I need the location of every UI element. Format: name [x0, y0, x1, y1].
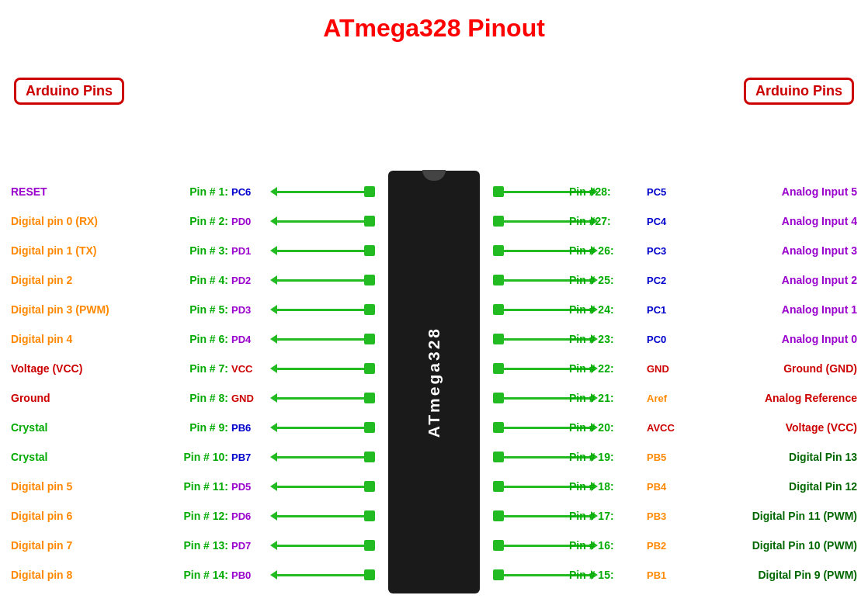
right-arduino-label: Analog Input 0 — [702, 333, 857, 345]
left-port-label: PD3 — [231, 304, 251, 316]
left-port-label: VCC — [231, 363, 252, 375]
left-port-label: PD4 — [231, 334, 251, 345]
right-arduino-label: Voltage (VCC) — [702, 421, 857, 434]
left-arrow — [270, 275, 375, 285]
right-port-label: PB2 — [647, 540, 697, 552]
right-pin-number: Pin # 22: — [569, 362, 643, 375]
right-port-label: PC2 — [647, 275, 697, 286]
right-pin-number: Pin # 19: — [569, 451, 643, 463]
right-port-label: AVCC — [647, 422, 697, 434]
left-port-label: PD5 — [231, 481, 251, 493]
left-pin-number: Pin # 13: — [165, 539, 228, 552]
page-title: ATmega328 Pinout — [0, 0, 868, 50]
right-arduino-label: Analog Input 3 — [702, 244, 857, 257]
left-pin-number: Pin # 10: — [165, 451, 228, 463]
left-pin-number: Pin # 8: — [165, 392, 228, 404]
right-port-label: PC3 — [647, 245, 697, 257]
right-pin-number: Pin # 26: — [569, 244, 643, 257]
right-pin-number: Pin # 16: — [569, 539, 643, 552]
left-pin-number: Pin # 12: — [165, 510, 228, 522]
left-port-label: PD7 — [231, 540, 251, 552]
right-arduino-label: Digital Pin 10 (PWM) — [702, 539, 857, 552]
right-pin-number: Pin # 20: — [569, 421, 643, 434]
chip: ATmega328 — [388, 171, 480, 593]
right-port-label: PC5 — [647, 186, 697, 198]
left-arrow — [270, 422, 375, 433]
left-arduino-label: Ground — [11, 392, 162, 404]
left-arduino-label: Digital pin 2 — [11, 274, 162, 286]
right-port-label: PC4 — [647, 216, 697, 227]
left-arrow — [270, 245, 375, 256]
left-arrow — [270, 510, 375, 521]
left-port-label: GND — [231, 393, 254, 404]
left-pin-number: Pin # 2: — [165, 215, 228, 227]
right-pin-number: Pin # 24: — [569, 303, 643, 316]
left-arrow — [270, 334, 375, 344]
left-arduino-label: Digital pin 5 — [11, 480, 162, 493]
chip-label: ATmega328 — [425, 327, 443, 438]
right-pin-number: Pin # 23: — [569, 333, 643, 345]
right-port-label: PB1 — [647, 569, 697, 581]
left-arduino-label: Digital pin 4 — [11, 333, 162, 345]
right-arduino-label: Digital Pin 11 (PWM) — [702, 510, 857, 522]
right-port-label: PC0 — [647, 334, 697, 345]
right-port-label: PC1 — [647, 304, 697, 316]
left-arduino-label: Digital pin 7 — [11, 539, 162, 552]
left-arrow — [270, 452, 375, 462]
left-pin-number: Pin # 7: — [165, 362, 228, 375]
right-arduino-box: Arduino Pins — [744, 78, 854, 105]
left-port-label: PC6 — [231, 186, 251, 198]
right-arduino-label: Digital Pin 13 — [702, 451, 857, 463]
left-arduino-label: Digital pin 0 (RX) — [11, 215, 162, 227]
left-arduino-label: Digital pin 8 — [11, 569, 162, 581]
left-pin-number: Pin # 9: — [165, 421, 228, 434]
left-arduino-label: Digital pin 1 (TX) — [11, 244, 162, 257]
left-port-label: PB7 — [231, 452, 251, 463]
right-arduino-label: Analog Input 4 — [702, 215, 857, 227]
left-port-label: PB6 — [231, 422, 251, 434]
right-port-label: PB5 — [647, 452, 697, 463]
right-pin-number: Pin # 17: — [569, 510, 643, 522]
right-arduino-label: Analog Reference — [702, 392, 857, 404]
left-arrow — [270, 481, 375, 492]
left-arduino-label: Crystal — [11, 421, 162, 434]
right-pin-number: Pin #28: — [569, 185, 643, 198]
right-port-label: Aref — [647, 393, 697, 404]
right-pin-number: Pin # 18: — [569, 480, 643, 493]
left-arrow — [270, 304, 375, 315]
left-arrow — [270, 186, 375, 197]
left-arduino-label: Digital pin 6 — [11, 510, 162, 522]
left-port-label: PB0 — [231, 569, 251, 581]
right-pin-number: Pin # 21: — [569, 392, 643, 404]
left-arduino-label: Crystal — [11, 451, 162, 463]
right-port-label: PB4 — [647, 481, 697, 493]
left-port-label: PD2 — [231, 275, 251, 286]
right-arduino-label: Analog Input 1 — [702, 303, 857, 316]
left-port-label: PD1 — [231, 245, 251, 257]
left-pin-number: Pin # 3: — [165, 244, 228, 257]
left-pin-number: Pin # 14: — [165, 569, 228, 581]
left-port-label: PD6 — [231, 510, 251, 522]
left-arrow — [270, 540, 375, 551]
right-arduino-label: Ground (GND) — [702, 362, 857, 375]
right-port-label: GND — [647, 363, 697, 375]
left-pin-number: Pin # 6: — [165, 333, 228, 345]
left-arduino-label: RESET — [11, 185, 162, 198]
left-arrow — [270, 216, 375, 227]
right-pin-number: Pin #27: — [569, 215, 643, 227]
left-arrow — [270, 569, 375, 580]
left-arduino-label: Voltage (VCC) — [11, 362, 162, 375]
left-arrow — [270, 363, 375, 374]
right-arduino-label: Digital Pin 9 (PWM) — [702, 569, 857, 581]
right-pin-number: Pin # 15: — [569, 569, 643, 581]
left-port-label: PD0 — [231, 216, 251, 227]
left-arduino-label: Digital pin 3 (PWM) — [11, 303, 162, 316]
right-arduino-label: Analog Input 5 — [702, 185, 857, 198]
left-pin-number: Pin # 1: — [165, 185, 228, 198]
left-arduino-box: Arduino Pins — [14, 78, 124, 105]
left-pin-number: Pin # 11: — [165, 480, 228, 493]
left-pin-number: Pin # 5: — [165, 303, 228, 316]
left-arrow — [270, 393, 375, 403]
right-port-label: PB3 — [647, 510, 697, 522]
right-arduino-label: Analog Input 2 — [702, 274, 857, 286]
